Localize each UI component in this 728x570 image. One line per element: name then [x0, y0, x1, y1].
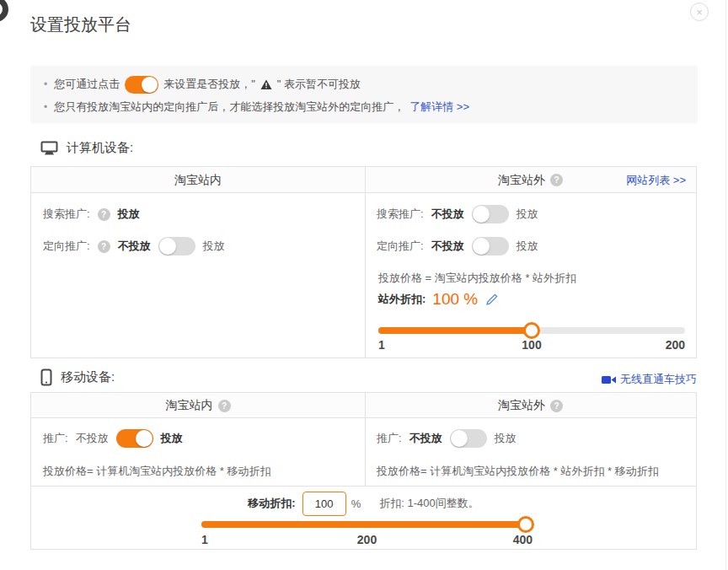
mobile-discount-input[interactable] — [302, 492, 346, 516]
mobile-onsite-formula: 投放价格= 计算机淘宝站内投放价格 * 移动折扣 — [43, 464, 271, 479]
computer-table: 淘宝站内 淘宝站外 ? 网站列表 >> 搜索推广: ? 投放 定向推广: ? 不… — [30, 166, 697, 358]
scale-mid: 200 — [312, 533, 422, 546]
slider-handle[interactable] — [523, 322, 540, 339]
alt-state-label: 投放 — [517, 207, 538, 222]
offsite-discount-slider[interactable] — [378, 327, 685, 334]
mobile-onsite-promo-row: 推广: 不投放 投放 — [43, 428, 183, 449]
mobile-onsite-promo-toggle[interactable] — [116, 429, 153, 448]
mobile-onsite-header: 淘宝站内 ? — [31, 393, 365, 418]
help-icon[interactable]: ? — [550, 400, 563, 412]
mobile-discount-row: 移动折扣: % 折扣: 1-400间整数。 — [31, 491, 696, 516]
computer-onsite-targeting-toggle[interactable] — [158, 237, 195, 255]
state-label: 不投放 — [431, 239, 464, 254]
computer-offsite-search-row: 搜索推广: 不投放 投放 — [377, 204, 538, 224]
notice-text-before-toggle: 您可通过点击 — [54, 77, 120, 92]
scale-min: 1 — [201, 533, 312, 546]
scale-min: 1 — [378, 338, 480, 352]
video-icon — [602, 374, 616, 385]
header-label: 淘宝站内 — [174, 173, 222, 188]
column-divider — [365, 167, 366, 358]
dialog-right-border — [725, 0, 726, 570]
help-icon[interactable]: ? — [218, 400, 231, 412]
learn-more-link[interactable]: 了解详情 >> — [410, 99, 469, 115]
computer-onsite-header: 淘宝站内 — [31, 167, 365, 193]
toggle-knob — [451, 430, 468, 447]
wireless-tips-link[interactable]: 无线直通车技巧 — [602, 372, 697, 387]
alt-state-label: 投放 — [203, 239, 225, 254]
row-label: 搜索推广: — [377, 207, 424, 222]
computer-onsite-targeting-row: 定向推广: ? 不投放 投放 — [43, 236, 225, 256]
computer-section-header: 计算机设备: — [40, 140, 133, 156]
scale-max: 200 — [583, 338, 685, 352]
notice-line-1: • 您可通过点击 来设置是否投放，" " 表示暂不可投放 — [44, 73, 684, 96]
notice-line-2: • 您只有投放淘宝站内的定向推广后，才能选择投放淘宝站外的定向推广， 了解详情 … — [44, 98, 684, 116]
monitor-icon — [40, 141, 58, 156]
toggle-knob — [142, 77, 158, 93]
row-label: 推广: — [43, 431, 68, 446]
scale-max: 400 — [422, 533, 533, 546]
row-label: 搜索推广: — [43, 207, 90, 222]
mobile-table: 淘宝站内 ? 淘宝站外 ? 推广: 不投放 投放 投放价格= 计算机淘宝站内投放… — [30, 392, 697, 550]
computer-offsite-search-toggle[interactable] — [472, 205, 509, 223]
on-state-label: 投放 — [495, 431, 517, 446]
slider-handle[interactable] — [517, 516, 534, 533]
state-label: 投放 — [118, 207, 140, 222]
scale-mid: 100 — [480, 338, 582, 352]
website-list-link[interactable]: 网站列表 >> — [626, 167, 686, 193]
off-state-label: 不投放 — [76, 431, 109, 446]
offsite-slider-scale: 1 100 200 — [378, 338, 685, 352]
discount-hint: 折扣: 1-400间整数。 — [379, 496, 479, 511]
percent-unit: % — [351, 497, 361, 510]
state-label: 不投放 — [431, 207, 464, 222]
toggle-knob — [159, 238, 176, 255]
discount-section-divider — [31, 486, 696, 487]
computer-section-title: 计算机设备: — [67, 140, 133, 156]
set-delivery-platform-dialog: 设置投放平台 × • 您可通过点击 来设置是否投放，" " 表示暂不可投放 • … — [0, 0, 728, 570]
off-state-label: 不投放 — [410, 431, 442, 446]
close-icon[interactable]: × — [690, 3, 709, 21]
help-icon[interactable]: ? — [550, 174, 563, 186]
help-icon[interactable]: ? — [98, 240, 110, 253]
slider-fill — [201, 521, 533, 528]
toggle-knob — [136, 430, 153, 447]
mobile-offsite-formula: 投放价格= 计算机淘宝站内投放价格 * 站外折扣 * 移动折扣 — [377, 464, 659, 479]
mobile-offsite-promo-row: 推广: 不投放 投放 — [377, 428, 517, 449]
discount-label: 站外折扣: — [378, 292, 426, 307]
mobile-discount-slider[interactable] — [201, 521, 533, 528]
mobile-discount-label: 移动折扣: — [248, 496, 295, 511]
mobile-slider-scale: 1 200 400 — [201, 533, 533, 546]
on-state-label: 投放 — [161, 431, 183, 446]
mobile-section-title: 移动设备: — [61, 369, 115, 385]
notice-box: • 您可通过点击 来设置是否投放，" " 表示暂不可投放 • 您只有投放淘宝站内… — [30, 66, 698, 123]
background-widget-fragment — [0, 0, 8, 22]
header-label: 淘宝站内 — [166, 398, 213, 413]
offsite-price-formula: 投放价格 = 淘宝站内投放价格 * 站外折扣 — [378, 271, 576, 286]
edit-pencil-icon[interactable] — [486, 293, 498, 305]
computer-onsite-search-row: 搜索推广: ? 投放 — [43, 204, 140, 224]
offsite-discount-row: 站外折扣: 100 % — [378, 290, 498, 309]
computer-offsite-targeting-toggle[interactable] — [472, 237, 509, 255]
slider-fill — [378, 327, 532, 334]
header-label: 淘宝站外 — [498, 173, 545, 188]
alt-state-label: 投放 — [517, 239, 538, 254]
mobile-offsite-header: 淘宝站外 ? — [365, 393, 696, 418]
computer-offsite-targeting-row: 定向推广: 不投放 投放 — [377, 236, 538, 256]
tips-link-label: 无线直通车技巧 — [620, 372, 697, 387]
page-title: 设置投放平台 — [30, 13, 131, 36]
toggle-knob — [473, 206, 490, 223]
phone-icon — [40, 368, 52, 386]
warning-icon — [260, 79, 272, 90]
bullet-icon: • — [44, 78, 47, 90]
row-label: 推广: — [377, 431, 402, 446]
help-icon[interactable]: ? — [98, 208, 110, 221]
example-toggle[interactable] — [125, 76, 158, 94]
mobile-offsite-promo-toggle[interactable] — [450, 429, 487, 448]
header-label: 淘宝站外 — [498, 398, 545, 413]
row-label: 定向推广: — [377, 239, 424, 254]
notice-text-after-toggle: 来设置是否投放，" — [163, 77, 255, 92]
bullet-icon: • — [44, 101, 47, 113]
notice-text-end: " 表示暂不可投放 — [277, 77, 361, 92]
state-label: 不投放 — [118, 239, 151, 254]
row-label: 定向推广: — [43, 239, 90, 254]
mobile-section-header: 移动设备: — [40, 368, 115, 386]
